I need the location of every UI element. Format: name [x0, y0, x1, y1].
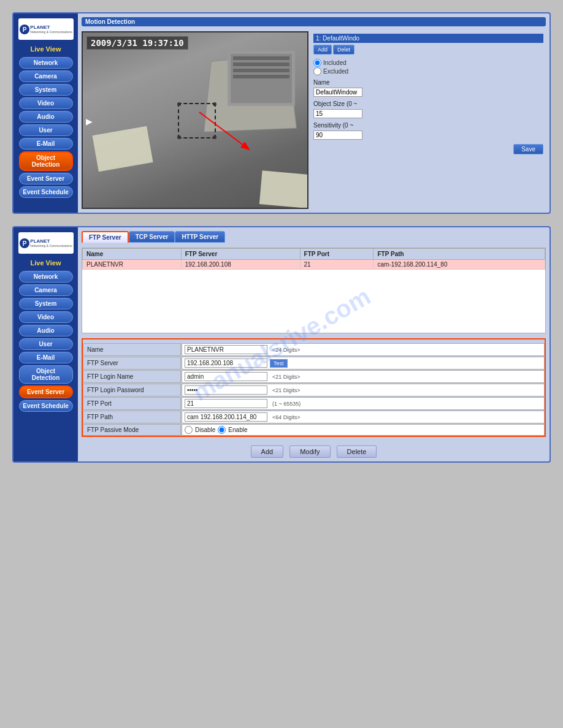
- video-feed: 2009/3/31 19:37:10: [82, 31, 308, 209]
- logo-text-2: PLANET: [30, 238, 72, 244]
- name-label: Name: [313, 79, 543, 86]
- sensitivity-input[interactable]: [313, 131, 362, 140]
- sensitivity-label: Sensitivity (0 ~: [313, 122, 543, 129]
- col-ftp-server: FTP Server: [181, 249, 300, 260]
- main-content-2: FTP Server TCP Server HTTP Server Name F…: [78, 227, 550, 461]
- nav-user-2[interactable]: User: [19, 338, 73, 350]
- nav-email-2[interactable]: E-Mail: [19, 352, 73, 363]
- tab-http-server[interactable]: HTTP Server: [175, 231, 225, 243]
- nav-object-detection-1[interactable]: Object Detection: [19, 151, 73, 171]
- logo-subtext-2: Networking & Communications: [30, 244, 72, 248]
- hint-name: <24 Digits>: [272, 347, 301, 353]
- logo: P PLANET Networking & Communications: [18, 18, 74, 40]
- delete-button[interactable]: Delet: [333, 45, 354, 55]
- nav-event-schedule-1[interactable]: Event Schedule: [19, 186, 73, 198]
- nav-network-1[interactable]: Network: [19, 57, 73, 69]
- row-port: 21: [300, 260, 373, 270]
- save-button[interactable]: Save: [513, 144, 543, 154]
- passive-enable-label: Enable: [228, 427, 247, 433]
- col-ftp-path: FTP Path: [373, 249, 545, 260]
- panel-event-server: manualsrive.com P PLANET Networking & Co…: [12, 226, 551, 463]
- row-path: cam-192.168.200.114_80: [373, 260, 545, 270]
- svg-line-2: [199, 112, 248, 149]
- included-label: Included: [323, 59, 347, 66]
- window-list-item: 1: DefaultWindo: [313, 34, 543, 43]
- nav-audio-2[interactable]: Audio: [19, 325, 73, 336]
- col-ftp-port: FTP Port: [300, 249, 373, 260]
- excluded-radio-row: Excluded: [313, 67, 543, 75]
- sidebar-2: P PLANET Networking & Communications Liv…: [13, 227, 78, 461]
- modify-server-button[interactable]: Modify: [289, 446, 330, 458]
- tab-tcp-server[interactable]: TCP Server: [129, 231, 175, 243]
- nav-video-1[interactable]: Video: [19, 97, 73, 109]
- form-value-ftp-login-name: <21 Digits>: [182, 370, 545, 383]
- nav-object-detection-2[interactable]: Object Detection: [19, 365, 73, 384]
- excluded-radio[interactable]: [313, 67, 321, 75]
- form-label-ftp-path: FTP Path: [83, 411, 181, 423]
- passive-enable-radio[interactable]: [218, 426, 226, 434]
- panel-motion-detection: P PLANET Networking & Communications Liv…: [12, 12, 551, 214]
- nav-camera-2[interactable]: Camera: [19, 284, 73, 296]
- nav-camera-1[interactable]: Camera: [19, 70, 73, 82]
- hint-ftp-path: <64 Digits>: [272, 414, 301, 420]
- input-ftp-path[interactable]: [185, 412, 267, 422]
- nav-event-schedule-2[interactable]: Event Schedule: [19, 400, 73, 412]
- nav-system-2[interactable]: System: [19, 298, 73, 309]
- input-ftp-port[interactable]: [185, 399, 267, 408]
- form-label-passive-mode: FTP Passive Mode: [83, 424, 181, 436]
- test-button[interactable]: Test: [270, 359, 288, 368]
- form-grid: Name <24 Digits> FTP Server Test FTP Log…: [83, 343, 545, 436]
- motion-arrow: [193, 106, 255, 155]
- radio-group: Included Excluded: [313, 59, 543, 75]
- nav-video-2[interactable]: Video: [19, 311, 73, 323]
- add-button[interactable]: Add: [313, 45, 332, 55]
- included-radio-row: Included: [313, 59, 543, 67]
- input-name[interactable]: [185, 345, 267, 354]
- server-table: Name FTP Server FTP Port FTP Path PLANET…: [82, 248, 545, 270]
- live-view-label-1: Live View: [31, 45, 61, 53]
- planet-logo-icon: P: [19, 24, 30, 35]
- row-name: PLANETNVR: [83, 260, 182, 270]
- nav-event-server-2[interactable]: Event Server: [19, 385, 73, 398]
- action-buttons: Add Modify Delete: [82, 446, 546, 458]
- form-value-ftp-port: (1 ~ 65535): [182, 397, 545, 410]
- logo-2: P PLANET Networking & Communications: [18, 232, 74, 254]
- tab-ftp-server[interactable]: FTP Server: [82, 231, 129, 243]
- main-content-1: Motion Detection: [78, 13, 550, 213]
- form-label-ftp-server: FTP Server: [83, 357, 181, 370]
- form-value-ftp-password: <21 Digits>: [182, 384, 545, 396]
- live-view-label-2: Live View: [31, 259, 61, 267]
- planet-logo-icon-2: P: [19, 238, 30, 249]
- svg-text:P: P: [23, 26, 27, 33]
- nav-event-server-1[interactable]: Event Server: [19, 173, 73, 184]
- form-label-ftp-port: FTP Port: [83, 397, 181, 410]
- motion-area: 2009/3/31 19:37:10: [82, 31, 546, 209]
- video-timestamp: 2009/3/31 19:37:10: [86, 36, 188, 50]
- delete-server-button[interactable]: Delete: [337, 446, 377, 458]
- input-ftp-server[interactable]: [185, 358, 267, 368]
- input-ftp-login-name[interactable]: [185, 372, 267, 381]
- row-server: 192.168.200.108: [181, 260, 300, 270]
- object-size-input[interactable]: [313, 109, 362, 118]
- hint-ftp-port: (1 ~ 65535): [272, 401, 301, 407]
- motion-controls: 1: DefaultWindo Add Delet Included Exclu…: [311, 31, 546, 209]
- input-ftp-password[interactable]: [185, 385, 267, 395]
- nav-audio-1[interactable]: Audio: [19, 111, 73, 123]
- nav-user-1[interactable]: User: [19, 124, 73, 136]
- form-label-name: Name: [83, 343, 181, 356]
- add-server-button[interactable]: Add: [251, 446, 284, 458]
- nav-email-1[interactable]: E-Mail: [19, 138, 73, 150]
- included-radio[interactable]: [313, 59, 321, 67]
- form-value-name: <24 Digits>: [182, 343, 545, 356]
- table-row[interactable]: PLANETNVR 192.168.200.108 21 cam-192.168…: [83, 260, 545, 270]
- nav-network-2[interactable]: Network: [19, 271, 73, 282]
- nav-system-1[interactable]: System: [19, 84, 73, 96]
- form-value-ftp-path: <64 Digits>: [182, 411, 545, 423]
- logo-subtext: Networking & Communications: [30, 30, 72, 34]
- name-input[interactable]: [313, 88, 362, 97]
- sidebar-1: P PLANET Networking & Communications Liv…: [13, 13, 78, 213]
- add-delete-row: Add Delet: [313, 45, 543, 55]
- passive-disable-radio[interactable]: [185, 426, 193, 434]
- passive-disable-label: Disable: [195, 427, 215, 433]
- form-label-ftp-password: FTP Login Password: [83, 384, 181, 396]
